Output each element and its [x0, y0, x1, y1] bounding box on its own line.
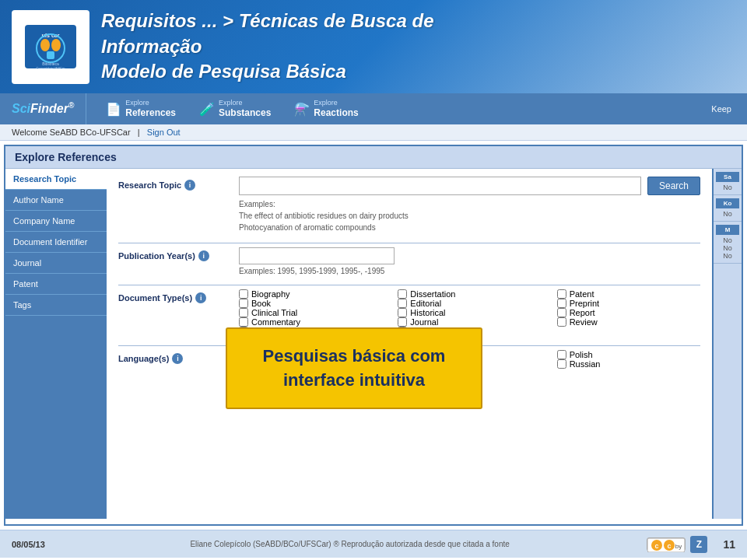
header-title: Requisitos ... > Técnicas de Busca de In…	[101, 9, 434, 84]
checkbox-preprint: Preprint	[557, 299, 700, 308]
footer-logos: c c by Z	[647, 536, 707, 553]
references-label: References	[125, 107, 176, 118]
right-section-m-header: M	[716, 225, 739, 235]
checkbox-review-input[interactable]	[557, 317, 566, 327]
preprint-label: Preprint	[570, 299, 600, 308]
russian-label: Russian	[570, 359, 601, 369]
checkbox-commentary-input[interactable]	[239, 317, 248, 327]
research-topic-field: Search Examples: The effect of antibioti…	[239, 177, 700, 233]
checkbox-historical: Historical	[398, 308, 541, 317]
checkbox-russian-input[interactable]	[557, 359, 566, 369]
signout-link[interactable]: Sign Out	[147, 128, 181, 137]
svg-text:Comunitária UFSCar: Comunitária UFSCar	[36, 66, 65, 70]
right-panel: Sa No Ko No M NoNoNo	[712, 169, 742, 519]
welcome-text: Welcome SeABD BCo-UFSCar	[12, 128, 131, 137]
scifinder-logo: SciFinder®	[8, 93, 86, 124]
nav-item-company-name[interactable]: Company Name	[5, 211, 107, 232]
research-topic-input[interactable]	[239, 177, 641, 195]
checkbox-clinical-trial-input[interactable]	[239, 308, 248, 317]
title-line2: Informação	[101, 34, 434, 59]
checkbox-clinical-trial: Clinical Trial	[239, 308, 382, 317]
pub-year-hint: Examples: 1995, 1995-1999, 1995-, -1995	[239, 267, 700, 275]
right-section-ko: Ko No	[714, 195, 742, 222]
checkbox-biography-input[interactable]	[239, 289, 248, 299]
right-section-ko-header: Ko	[716, 198, 739, 208]
nav-item-tags[interactable]: Tags	[5, 295, 107, 316]
substances-label: Substances	[219, 107, 271, 118]
logo-inner: ufs car Biblioteca Comunitária UFSCar	[23, 23, 78, 70]
checkbox-preprint-input[interactable]	[557, 299, 566, 308]
checkbox-journal-input[interactable]	[398, 317, 407, 327]
logo: ufs car Biblioteca Comunitária UFSCar	[12, 10, 89, 84]
substances-btn-text: Explore Substances	[219, 99, 271, 118]
research-topic-row: Research Topic i Search Examples: The ef…	[118, 177, 700, 233]
editorial-label: Editorial	[410, 299, 441, 308]
checkbox-biography: Biography	[239, 289, 382, 299]
keep-button[interactable]: Keep	[703, 93, 739, 124]
clinical-trial-label: Clinical Trial	[251, 308, 297, 317]
title-line1: Requisitos ... > Técnicas de Busca de	[101, 9, 434, 33]
languages-label: Language(s) i	[118, 350, 239, 364]
research-topic-label: Research Topic i	[118, 177, 239, 191]
nav-item-document-id[interactable]: Document Identifier	[5, 232, 107, 253]
example1: The effect of antibiotic residues on dai…	[239, 212, 409, 220]
registered-mark: ®	[68, 101, 74, 110]
languages-info-icon[interactable]: i	[172, 353, 183, 364]
cc-svg: c c by	[647, 538, 685, 552]
svg-text:c: c	[655, 542, 659, 550]
nav-references[interactable]: 📄 Explore References	[94, 93, 188, 124]
historical-label: Historical	[410, 308, 445, 317]
nav-item-journal[interactable]: Journal	[5, 253, 107, 274]
example2: Photocyanation of aromatic compounds	[239, 223, 376, 232]
checkbox-report: Report	[557, 308, 700, 317]
nav-reactions[interactable]: ⚗️ Explore Reactions	[282, 93, 370, 124]
header: ufs car Biblioteca Comunitária UFSCar Re…	[0, 0, 747, 93]
research-topic-info-icon[interactable]: i	[184, 180, 195, 191]
examples-label: Examples:	[239, 200, 275, 208]
right-section-m: M NoNoNo	[714, 222, 742, 264]
footer-text: Eliane Colepícolo (SeABD/BCo/UFSCar) ® R…	[61, 540, 640, 548]
pub-year-field: Examples: 1995, 1995-1999, 1995-, -1995	[239, 247, 700, 275]
footer-page: 11	[723, 538, 735, 551]
checkbox-commentary: Commentary	[239, 317, 382, 327]
substances-icon: 🧪	[199, 102, 215, 117]
checkbox-review: Review	[557, 317, 700, 327]
keep-label: Keep	[711, 104, 731, 114]
checkbox-book-input[interactable]	[239, 299, 248, 308]
col3: Patent Preprint Report	[557, 289, 700, 336]
nav-substances[interactable]: 🧪 Explore Substances	[188, 93, 282, 124]
book-label: Book	[251, 299, 271, 308]
doc-type-label: Document Type(s) i	[118, 289, 239, 303]
biography-label: Biography	[251, 289, 290, 299]
finder-text: Finder	[30, 103, 68, 116]
pub-year-info-icon[interactable]: i	[198, 250, 209, 261]
checkbox-polish-input[interactable]	[557, 350, 566, 359]
checkbox-report-input[interactable]	[557, 308, 566, 317]
explore-nav: Research Topic Author Name Company Name …	[5, 169, 107, 519]
dissertation-label: Dissertation	[410, 289, 455, 299]
pub-year-input[interactable]	[239, 247, 395, 264]
checkbox-editorial-input[interactable]	[398, 299, 407, 308]
svg-point-3	[40, 39, 50, 51]
explore-panel-title: Explore References	[5, 146, 742, 169]
nav-item-patent[interactable]: Patent	[5, 274, 107, 295]
svg-text:c: c	[668, 542, 672, 550]
report-label: Report	[570, 308, 595, 317]
checkbox-dissertation-input[interactable]	[398, 289, 407, 299]
pub-year-label-text: Publication Year(s)	[118, 251, 195, 261]
nav-item-author-name[interactable]: Author Name	[5, 190, 107, 211]
checkbox-historical-input[interactable]	[398, 308, 407, 317]
doc-type-label-text: Document Type(s)	[118, 293, 192, 303]
nav-item-research-topic[interactable]: Research Topic	[5, 169, 107, 190]
right-section-ko-content: No	[716, 210, 739, 218]
checkbox-russian: Russian	[557, 359, 700, 369]
right-section-sa-header: Sa	[716, 172, 739, 182]
z-icon: Z	[690, 536, 707, 553]
search-button[interactable]: Search	[647, 177, 700, 195]
overlay-line2: interface intuitiva	[283, 370, 425, 390]
reactions-icon: ⚗️	[294, 102, 310, 117]
welcome-bar: Welcome SeABD BCo-UFSCar | Sign Out	[0, 124, 747, 141]
checkbox-patent-input[interactable]	[557, 289, 566, 299]
svg-point-4	[51, 39, 61, 51]
doc-type-info-icon[interactable]: i	[195, 292, 206, 303]
